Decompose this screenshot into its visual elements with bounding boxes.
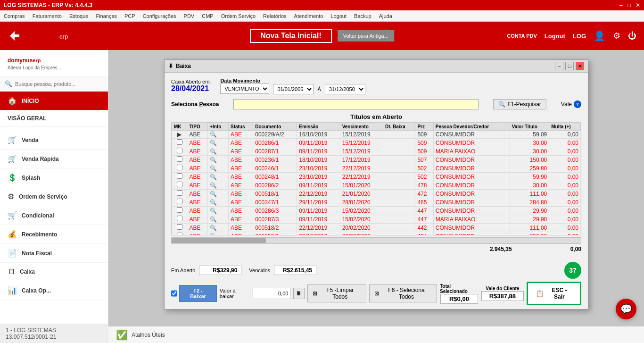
- table-row[interactable]: ABE 🔍 ABE 000286/2 09/11/2019 15/01/2020…: [172, 181, 581, 190]
- row-info[interactable]: 🔍: [208, 156, 229, 164]
- power-icon[interactable]: ⏻: [628, 31, 636, 41]
- app-title-text: LOG SISTEMAS - ERP Vs: 4.4.4.3: [4, 2, 92, 8]
- menu-cmp[interactable]: CMP: [202, 13, 213, 19]
- valor-baixar-input[interactable]: [253, 288, 290, 299]
- row-checkbox[interactable]: [177, 173, 182, 179]
- date-to-select[interactable]: 31/12/2050: [325, 84, 365, 94]
- esc-sair-button[interactable]: 📋 ESC - Sair: [527, 282, 581, 305]
- chat-bubble-button[interactable]: 💬: [616, 299, 636, 319]
- sidebar-item-venda-rapida[interactable]: 🛒 Venda Rápida: [0, 150, 108, 168]
- row-info[interactable]: 🔍: [208, 198, 229, 207]
- table-row[interactable]: ABE 🔍 ABE 000518/2 22/12/2019 20/02/2020…: [172, 224, 581, 232]
- menu-financas[interactable]: Finanças: [96, 13, 117, 19]
- table-row[interactable]: ▶ ABE 🔍 ABE 000229/A/2 16/10/2019 15/12/…: [172, 131, 581, 139]
- row-info[interactable]: 🔍: [208, 131, 229, 139]
- table-row[interactable]: ABE 🔍 ABE 000246/1 23/10/2019 22/12/2019…: [172, 164, 581, 173]
- window-controls[interactable]: – □ ✕: [619, 2, 640, 8]
- row-dt-baixa: [383, 131, 415, 139]
- row-checkbox[interactable]: [177, 199, 182, 204]
- sidebar-item-caixa[interactable]: 🖥 Caixa: [0, 263, 108, 281]
- sidebar-item-ordem-servico[interactable]: ⚙ Ordem de Serviço: [0, 187, 108, 206]
- row-checkbox[interactable]: [177, 165, 182, 170]
- sidebar-item-inicio[interactable]: 🏠 INÍCIO: [0, 92, 108, 110]
- row-mk: [172, 173, 187, 181]
- menu-atendimento[interactable]: Atendimento: [294, 13, 323, 19]
- row-info[interactable]: 🔍: [208, 147, 229, 156]
- modal-close-button[interactable]: ✕: [576, 62, 584, 70]
- row-info[interactable]: 🔍: [208, 224, 229, 232]
- f2-checkbox[interactable]: [171, 290, 177, 297]
- f6-seleciona-button[interactable]: ⊠ F6 - Seleciona Todos: [369, 284, 437, 302]
- table-wrapper[interactable]: MK TIPO +Info Status Documento Emissão V…: [171, 122, 581, 235]
- pessoa-input[interactable]: [233, 99, 479, 109]
- table-row[interactable]: ABE 🔍 ABE 000287/3 09/11/2019 15/02/2020…: [172, 215, 581, 224]
- row-info[interactable]: 🔍: [208, 207, 229, 215]
- row-checkbox[interactable]: [177, 233, 182, 235]
- menu-faturamento[interactable]: Faturamento: [33, 13, 62, 19]
- row-info[interactable]: 🔍: [208, 173, 229, 181]
- row-checkbox[interactable]: [177, 139, 182, 145]
- sidebar-item-recebimento[interactable]: 💰 Recebimento: [0, 225, 108, 244]
- search-bar[interactable]: 🔍: [0, 76, 108, 92]
- menu-ajuda[interactable]: Ajuda: [379, 13, 392, 19]
- sidebar-item-splash[interactable]: 💲 Splash: [0, 168, 108, 187]
- table-row[interactable]: ABE 🔍 ABE 000347/1 29/11/2019 28/01/2020…: [172, 198, 581, 207]
- data-mov-select[interactable]: VENCIMENTO: [220, 84, 269, 94]
- menu-compras[interactable]: Compras: [4, 13, 25, 19]
- maximize-button[interactable]: □: [627, 2, 631, 8]
- logout-button[interactable]: Logout: [545, 33, 565, 40]
- modal-controls[interactable]: – □ ✕: [555, 62, 584, 70]
- sidebar-item-nota-fiscal[interactable]: 📄 Nota Fiscal: [0, 244, 108, 263]
- table-row[interactable]: ABE 🔍 ABE 000518/1 22/12/2019 21/01/2020…: [172, 190, 581, 198]
- row-checkbox[interactable]: [177, 182, 182, 187]
- table-row[interactable]: ABE 🔍 ABE 000286/1 09/11/2019 15/12/2019…: [172, 139, 581, 147]
- menu-backup[interactable]: Backup: [354, 13, 372, 19]
- close-button[interactable]: ✕: [636, 2, 640, 8]
- sidebar-item-visao-geral[interactable]: VISÃO GERAL: [0, 110, 108, 127]
- sidebar-item-venda[interactable]: 🛒 Venda: [0, 131, 108, 150]
- row-checkbox[interactable]: [177, 216, 182, 221]
- row-checkbox[interactable]: [177, 148, 182, 153]
- row-checkbox[interactable]: [177, 190, 182, 196]
- row-info[interactable]: 🔍: [208, 232, 229, 236]
- table-row[interactable]: ABE 🔍 ABE 000236/1 18/10/2019 17/12/2019…: [172, 156, 581, 164]
- voltar-button[interactable]: Voltar para Antiga...: [338, 30, 394, 42]
- menu-pdv[interactable]: PDV: [184, 13, 195, 19]
- row-info[interactable]: 🔍: [208, 139, 229, 147]
- date-from-select[interactable]: 01/01/2006: [273, 84, 314, 94]
- modal-minimize-button[interactable]: –: [555, 62, 563, 70]
- row-checkbox[interactable]: [177, 156, 182, 162]
- search-input[interactable]: [15, 81, 95, 87]
- row-info[interactable]: 🔍: [208, 164, 229, 173]
- menu-estoque[interactable]: Estoque: [69, 13, 88, 19]
- calculator-button[interactable]: 🖩: [293, 288, 304, 299]
- row-tipo: ABE: [187, 164, 208, 173]
- horizontal-scrollbar[interactable]: [171, 237, 581, 244]
- menu-pcp[interactable]: PCP: [124, 13, 135, 19]
- table-row[interactable]: ABE 🔍 ABE 000248/1 23/10/2019 22/12/2019…: [172, 173, 581, 181]
- menu-logout[interactable]: Logout: [330, 13, 347, 19]
- modal-maximize-button[interactable]: □: [565, 62, 574, 70]
- em-aberto-label: Em Aberto: [171, 268, 195, 273]
- menu-relatorios[interactable]: Relatórios: [263, 13, 287, 19]
- menu-ordem-servico[interactable]: Ordem Serviço: [221, 13, 256, 19]
- table-row[interactable]: ABE 🔍 ABE 000287/1 09/11/2019 15/12/2019…: [172, 147, 581, 156]
- row-info[interactable]: 🔍: [208, 215, 229, 224]
- sidebar-item-condicional[interactable]: 🛒 Condicional: [0, 206, 108, 225]
- menu-configuracoes[interactable]: Configurações: [143, 13, 176, 19]
- f2-baixar-button[interactable]: F2 - Baixar: [179, 285, 216, 302]
- row-checkbox[interactable]: [177, 207, 182, 213]
- sidebar-item-caixa-op[interactable]: 📊 Caixa Op...: [0, 281, 108, 300]
- data-mov-section: Data Movimento VENCIMENTO 01/01/2006 Á 3…: [220, 77, 365, 94]
- row-info[interactable]: 🔍: [208, 190, 229, 198]
- row-info[interactable]: 🔍: [208, 181, 229, 190]
- settings-icon[interactable]: ⚙: [613, 31, 620, 41]
- row-checkbox[interactable]: [177, 224, 182, 230]
- table-row[interactable]: ABE 🔍 ABE 000286/3 09/11/2019 15/02/2020…: [172, 207, 581, 215]
- f5-limpar-button[interactable]: ⊠ F5 -Limpar Todos: [307, 284, 366, 302]
- modal-header-row: Caixa Aberto em: 28/04/2021 Data Movimen…: [171, 77, 581, 94]
- minimize-button[interactable]: –: [619, 2, 623, 8]
- table-row[interactable]: ABE 🔍 ABE 000558/1 30/12/2019 28/02/2020…: [172, 232, 581, 236]
- f1-pesquisar-button[interactable]: 🔍 F1-Pesquisar: [493, 99, 546, 109]
- vale-help-icon[interactable]: ?: [574, 100, 581, 108]
